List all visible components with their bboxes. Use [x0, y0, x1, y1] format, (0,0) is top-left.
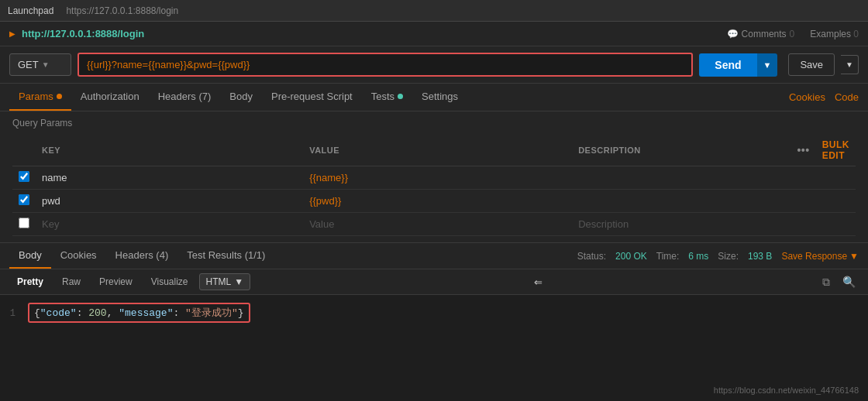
- table-row: pwd {{pwd}}: [12, 190, 856, 213]
- tests-dot: [398, 94, 403, 99]
- row3-key-cell[interactable]: Key: [36, 213, 303, 236]
- tab-headers[interactable]: Headers (7): [149, 84, 221, 111]
- time-label: Time:: [656, 251, 680, 262]
- format-tab-preview[interactable]: Preview: [91, 273, 140, 290]
- params-title: Query Params: [12, 118, 856, 129]
- table-row: name {{name}}: [12, 166, 856, 190]
- cookies-link[interactable]: Cookies: [789, 91, 825, 103]
- response-tab-headers[interactable]: Headers (4): [106, 243, 178, 269]
- url-input-wrapper: [78, 53, 693, 77]
- status-label: Status:: [577, 251, 606, 262]
- response-action-icons: ⧉ 🔍: [819, 274, 859, 290]
- time-value: 6 ms: [688, 251, 708, 262]
- save-button[interactable]: Save: [788, 53, 835, 76]
- top-bar: Launchpad https://127.0.0.1:8888/login: [0, 0, 868, 22]
- key-col-header: KEY: [36, 135, 303, 166]
- code-line-1: 1 {"code": 200, "message": "登录成功"}: [0, 301, 868, 324]
- row3-extra-cell: [816, 213, 856, 236]
- method-caret-icon: ▼: [42, 60, 50, 69]
- send-btn-group: Send ▼: [699, 53, 777, 77]
- row1-options-cell: [790, 166, 815, 190]
- line-number-1: 1: [0, 308, 28, 319]
- row3-options-cell: [790, 213, 815, 236]
- row1-value-cell: {{name}}: [303, 166, 572, 190]
- size-value: 193 B: [748, 251, 772, 262]
- row2-check-cell: [12, 190, 36, 213]
- options-col-header: •••: [790, 135, 815, 166]
- size-label: Size:: [718, 251, 739, 262]
- tab-authorization[interactable]: Authorization: [71, 84, 149, 111]
- response-tabs-row: Body Cookies Headers (4) Test Results (1…: [0, 243, 868, 269]
- response-tab-body[interactable]: Body: [9, 243, 51, 269]
- row2-key-cell: pwd: [36, 190, 303, 213]
- beautify-icon[interactable]: ⇐: [534, 276, 542, 288]
- status-value: 200 OK: [615, 251, 647, 262]
- value-col-header: VALUE: [303, 135, 572, 166]
- bulk-edit-header: Bulk Edit: [816, 135, 856, 166]
- code-link[interactable]: Code: [835, 91, 859, 103]
- save-response-button[interactable]: Save Response ▼: [781, 251, 859, 262]
- row3-checkbox[interactable]: [19, 218, 29, 228]
- method-label: GET: [18, 59, 39, 70]
- tab-settings[interactable]: Settings: [412, 84, 467, 111]
- tab-body[interactable]: Body: [220, 84, 262, 111]
- comments-btn[interactable]: 💬 Comments 0: [727, 29, 795, 39]
- row1-desc-cell: [572, 166, 790, 190]
- method-select[interactable]: GET ▼: [9, 53, 71, 76]
- save-response-caret-icon: ▼: [849, 251, 859, 262]
- format-type-select[interactable]: HTML ▼: [199, 273, 251, 290]
- request-bar: GET ▼ Send ▼ Save ▼: [0, 46, 868, 84]
- tab-params[interactable]: Params: [9, 84, 71, 111]
- row1-checkbox[interactable]: [19, 171, 29, 182]
- row1-check-cell: [12, 166, 36, 190]
- desc-col-header: DESCRIPTION: [572, 135, 790, 166]
- send-caret-button[interactable]: ▼: [757, 53, 778, 77]
- row3-value-cell[interactable]: Value: [303, 213, 572, 236]
- row1-key-cell: name: [36, 166, 303, 190]
- check-col-header: [12, 135, 36, 166]
- format-tab-visualize[interactable]: Visualize: [143, 273, 196, 290]
- code-area: 1 {"code": 200, "message": "登录成功"}: [0, 295, 868, 341]
- tab-pre-request-script[interactable]: Pre-request Script: [262, 84, 362, 111]
- search-icon[interactable]: 🔍: [839, 274, 859, 290]
- format-tab-pretty[interactable]: Pretty: [9, 273, 51, 290]
- row2-options-cell: [790, 190, 815, 213]
- format-select-caret-icon: ▼: [234, 276, 243, 287]
- response-tab-test-results[interactable]: Test Results (1/1): [177, 243, 274, 269]
- request-url-label: http://127.0.0.1:8888/login: [22, 28, 144, 39]
- response-section: Body Cookies Headers (4) Test Results (1…: [0, 242, 868, 341]
- params-section: Query Params KEY VALUE DESCRIPTION ••• B…: [0, 111, 868, 242]
- row2-desc-cell: [572, 190, 790, 213]
- request-tabs-row: Params Authorization Headers (7) Body Pr…: [0, 84, 868, 111]
- table-row: Key Value Description: [12, 213, 856, 236]
- params-dot: [57, 94, 62, 99]
- format-tab-raw[interactable]: Raw: [54, 273, 88, 290]
- row3-desc-cell[interactable]: Description: [572, 213, 790, 236]
- row2-value-cell: {{pwd}}: [303, 190, 572, 213]
- tab-tests[interactable]: Tests: [362, 84, 412, 111]
- top-bar-url: https://127.0.0.1:8888/login: [66, 5, 178, 16]
- url-section: ▶ http://127.0.0.1:8888/login 💬 Comments…: [0, 22, 868, 46]
- top-bar-title: Launchpad: [8, 5, 53, 16]
- format-bar: Pretty Raw Preview Visualize HTML ▼ ⇐ ⧉ …: [0, 269, 868, 295]
- table-options-icon[interactable]: •••: [797, 144, 809, 156]
- query-params-table: KEY VALUE DESCRIPTION ••• Bulk Edit name: [12, 135, 856, 236]
- response-tab-cookies[interactable]: Cookies: [51, 243, 106, 269]
- copy-icon[interactable]: ⧉: [819, 274, 833, 290]
- row2-checkbox[interactable]: [19, 194, 29, 205]
- row1-extra-cell: [816, 166, 856, 190]
- format-icons: ⇐: [528, 276, 542, 288]
- bulk-edit-button[interactable]: Bulk Edit: [822, 139, 849, 161]
- examples-btn[interactable]: Examples 0: [810, 29, 859, 39]
- send-button[interactable]: Send: [699, 53, 756, 77]
- response-status-row: Status: 200 OK Time: 6 ms Size: 193 B Sa…: [577, 251, 859, 262]
- comments-icon: 💬: [727, 29, 739, 39]
- tabs-right: Cookies Code: [789, 91, 859, 103]
- row2-extra-cell: [816, 190, 856, 213]
- url-input[interactable]: [78, 53, 693, 77]
- code-content-1: {"code": 200, "message": "登录成功"}: [28, 303, 250, 323]
- row3-check-cell: [12, 213, 36, 236]
- expand-arrow-icon[interactable]: ▶: [9, 29, 16, 38]
- save-caret-button[interactable]: ▼: [841, 55, 859, 74]
